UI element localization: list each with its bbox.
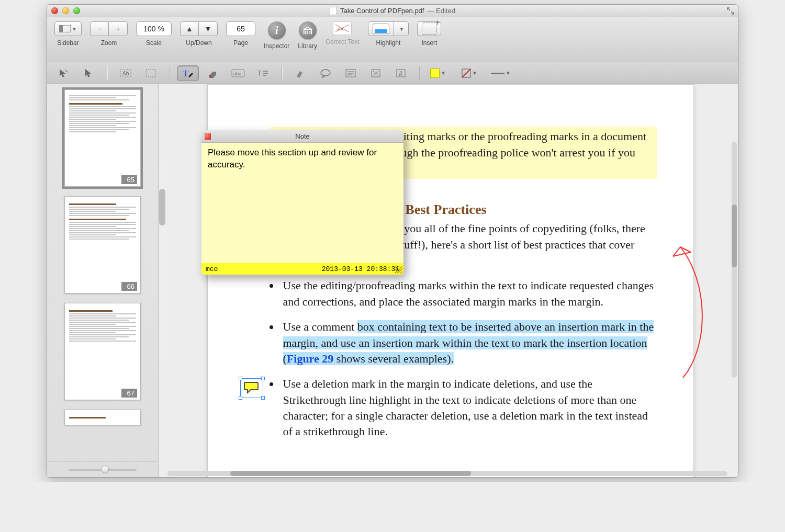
thumbnail-page[interactable]: 66 [64, 196, 141, 293]
divider [107, 66, 107, 80]
note-titlebar[interactable]: Note [201, 130, 403, 143]
stroke-color-picker[interactable]: ▼ [458, 65, 480, 81]
line-weight-picker[interactable]: ▼ [490, 65, 512, 81]
zoom-control: − + [90, 21, 128, 36]
titlebar: Take Control of PDFpen.pdf — Edited [47, 5, 738, 17]
sidebar-toggle-button[interactable]: ▼ [54, 21, 82, 36]
highlighter-tool[interactable] [289, 65, 311, 81]
thumbnail-size-slider[interactable] [47, 461, 158, 477]
scrollbar-thumb[interactable] [230, 471, 471, 476]
zoom-out-button[interactable]: − [90, 21, 109, 36]
page-number-input[interactable] [226, 21, 255, 36]
note-close-button[interactable] [205, 133, 211, 140]
chevron-down-icon: ▼ [72, 26, 77, 32]
inspector-button[interactable]: i [268, 21, 286, 39]
library-button[interactable] [299, 21, 317, 39]
scrollbar-thumb[interactable] [732, 205, 737, 267]
stamp-tool[interactable] [365, 65, 387, 81]
insert-label: Insert [421, 39, 437, 47]
viewport-left-scrollbar[interactable] [159, 163, 166, 359]
correct-text-icon: abc [334, 24, 350, 33]
app-window: Take Control of PDFpen.pdf — Edited ▼ Si… [47, 4, 738, 478]
text-align-tool[interactable]: T [252, 65, 274, 81]
fullscreen-button[interactable] [726, 7, 735, 15]
select-rect-tool[interactable] [140, 65, 162, 81]
comment-marker[interactable] [242, 380, 261, 396]
eraser-tool[interactable] [202, 65, 224, 81]
stamp-icon [371, 69, 381, 78]
page-updown-control: ▲ ▼ [180, 21, 218, 36]
chevron-down-icon: ▼ [506, 70, 511, 76]
paragraph-icon: T [257, 69, 269, 77]
marquee-icon [145, 69, 156, 77]
annotation-toolbar: Ab T abc T # [47, 62, 738, 84]
line-sample-icon [491, 73, 504, 74]
divider [282, 66, 282, 80]
ocr-tool[interactable]: abc [227, 65, 249, 81]
svg-text:abc: abc [233, 71, 241, 76]
select-tool[interactable] [77, 65, 99, 81]
figure-link[interactable]: Figure 29 [287, 352, 333, 365]
speech-bubble-icon [320, 69, 331, 78]
sidebar-label: Sidebar [57, 39, 78, 47]
note-lines-icon [345, 69, 356, 77]
chevron-down-icon: ▼ [399, 26, 405, 32]
correct-text-button[interactable]: abc [333, 21, 352, 35]
horizontal-scrollbar[interactable] [167, 471, 727, 476]
svg-point-10 [321, 70, 330, 76]
document-proxy-icon[interactable] [330, 7, 337, 15]
library-icon [302, 25, 313, 36]
list-item: Use the editing/proofreading marks withi… [280, 278, 657, 310]
hash-icon: # [396, 69, 406, 78]
resize-handle[interactable] [261, 396, 265, 400]
inspector-label: Inspector [264, 42, 289, 50]
text-select-icon: Ab [120, 69, 131, 77]
note-tool[interactable] [340, 65, 362, 81]
cursor-edit-icon [58, 68, 69, 78]
scrollbar-thumb[interactable] [159, 189, 165, 225]
thumbnail-page-number: 67 [121, 389, 137, 398]
ocr-icon: abc [231, 69, 245, 78]
note-title-text: Note [295, 132, 309, 140]
page-number-tool[interactable]: # [390, 65, 412, 81]
note-popup[interactable]: Note Please move this section up and rev… [201, 130, 403, 275]
svg-rect-5 [146, 70, 155, 77]
fill-color-picker[interactable]: ▼ [427, 65, 449, 81]
scale-input[interactable] [136, 21, 172, 36]
info-icon: i [275, 25, 278, 37]
thumbnail-page[interactable] [64, 410, 141, 425]
note-footer: mco 2013-03-13 20:38:31 [201, 263, 403, 275]
edit-select-tool[interactable] [52, 65, 74, 81]
list-item: Use a deletion mark in the margin to ind… [280, 376, 657, 439]
page-up-button[interactable]: ▲ [180, 21, 199, 36]
thumbnail-list[interactable]: 65 66 67 [47, 84, 158, 461]
chevron-down-icon: ▼ [441, 70, 446, 76]
comment-tool[interactable] [315, 65, 337, 81]
slider-knob[interactable] [101, 466, 109, 473]
note-resize-grip[interactable] [395, 266, 402, 274]
zoom-in-button[interactable]: + [109, 21, 128, 36]
eraser-icon [207, 69, 219, 78]
text-tool-icon: T [182, 68, 194, 78]
highlight-label: Highlight [376, 39, 401, 47]
library-label: Library [298, 42, 317, 50]
note-body[interactable]: Please move this section up and review f… [201, 143, 403, 263]
scale-label: Scale [146, 39, 162, 47]
select-text-tool[interactable]: Ab [115, 65, 137, 81]
marker-icon [295, 69, 306, 78]
insert-button[interactable] [417, 21, 441, 36]
page-label: Page [233, 39, 248, 47]
resize-handle[interactable] [239, 377, 242, 380]
thumbnail-page[interactable]: 65 [64, 89, 141, 187]
text-tool[interactable]: T [177, 65, 199, 81]
resize-handle[interactable] [239, 396, 242, 400]
window-title-text: Take Control of PDFpen.pdf [340, 7, 424, 15]
page-down-button[interactable]: ▼ [199, 21, 218, 36]
thumbnail-page[interactable]: 67 [64, 303, 141, 400]
highlight-menu-button[interactable]: ▼ [394, 21, 409, 36]
highlight-button[interactable] [368, 21, 394, 36]
resize-handle[interactable] [261, 377, 265, 380]
divider [419, 66, 420, 80]
vertical-scrollbar[interactable] [732, 142, 737, 378]
svg-text:T: T [183, 69, 189, 78]
